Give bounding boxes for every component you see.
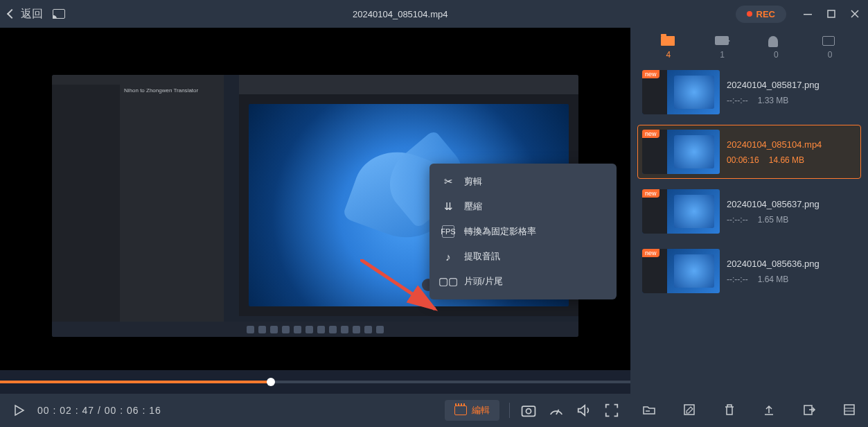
headtail-icon: ▢▢ (442, 275, 454, 288)
side-panel: 4 1 0 0 new 20240104_0858 (630, 28, 868, 427)
file-name: 20240104_085817.png (727, 80, 856, 90)
upload-button[interactable] (761, 402, 777, 417)
snapshot-button[interactable] (520, 401, 538, 419)
file-thumbnail: new (642, 249, 720, 293)
tab-image[interactable]: 0 (822, 36, 838, 60)
file-size: 1.65 MB (758, 215, 789, 225)
edit-label: 編輯 (472, 404, 490, 417)
cast-icon[interactable] (53, 9, 65, 19)
folder-icon (661, 36, 675, 46)
time-display: 00 : 02 : 47 / 00 : 06 : 16 (37, 405, 161, 416)
menu-headtail-label: 片頭/片尾 (464, 275, 503, 288)
rename-button[interactable] (682, 402, 697, 417)
open-folder-button[interactable] (641, 402, 657, 417)
record-button[interactable]: REC (736, 6, 786, 23)
back-button[interactable]: 返回 (8, 7, 43, 21)
file-duration: --:--:-- (727, 274, 748, 284)
record-label: REC (756, 9, 775, 19)
image-icon (822, 36, 835, 46)
tab-folder[interactable]: 4 (661, 36, 676, 60)
menu-compress-label: 壓縮 (464, 200, 482, 213)
menu-convert-label: 轉換為固定影格率 (464, 225, 536, 238)
menu-extract-audio[interactable]: ♪ 提取音訊 (429, 244, 617, 269)
speed-button[interactable] (547, 401, 565, 419)
delete-button[interactable] (722, 402, 737, 417)
file-meta: --:--:-- 1.64 MB (727, 274, 856, 284)
file-thumbnail: new (642, 130, 720, 174)
menu-convert-fps[interactable]: FPS 轉換為固定影格率 (429, 219, 617, 244)
menu-compress[interactable]: ⇊ 壓縮 (429, 194, 617, 219)
menu-extract-label: 提取音訊 (464, 250, 500, 263)
file-size: 1.33 MB (758, 96, 789, 105)
tab-folder-count: 4 (666, 50, 671, 60)
maximize-button[interactable] (826, 9, 836, 19)
back-label: 返回 (21, 7, 43, 21)
svg-point-4 (526, 409, 531, 414)
compress-icon: ⇊ (442, 200, 454, 213)
file-duration: --:--:-- (727, 215, 748, 225)
player-panel: Nihon to Zhongwen Translator (0, 28, 630, 427)
svg-rect-1 (828, 10, 835, 17)
divider (509, 403, 510, 418)
file-size: 14.66 MB (769, 155, 804, 165)
file-meta: 00:06:16 14.66 MB (727, 155, 856, 165)
tab-audio[interactable]: 0 (768, 36, 783, 60)
tab-video-count: 1 (720, 50, 725, 60)
menu-cut[interactable]: ✂ 剪輯 (429, 169, 617, 194)
tab-video[interactable]: 1 (715, 36, 730, 60)
file-item[interactable]: new 20240104_085636.png --:--:-- 1.64 MB (637, 244, 861, 298)
file-item[interactable]: new 20240104_085637.png --:--:-- 1.65 MB (637, 184, 861, 238)
fps-icon: FPS (442, 225, 454, 238)
file-duration: 00:06:16 (727, 155, 759, 165)
menu-head-tail[interactable]: ▢▢ 片頭/片尾 (429, 269, 617, 294)
audio-icon (768, 36, 778, 47)
volume-button[interactable] (575, 401, 593, 419)
list-button[interactable] (842, 402, 857, 417)
app-window: 返回 20240104_085104.mp4 REC Nihon to Zhon… (0, 0, 868, 427)
fullscreen-button[interactable] (603, 401, 621, 419)
file-name: 20240104_085104.mp4 (727, 139, 856, 150)
seek-thumb[interactable] (267, 378, 275, 386)
file-meta: --:--:-- 1.65 MB (727, 215, 856, 225)
file-name: 20240104_085637.png (727, 199, 856, 209)
file-meta: --:--:-- 1.33 MB (727, 96, 856, 105)
new-badge: new (642, 70, 659, 78)
record-dot-icon (747, 11, 752, 17)
close-button[interactable] (850, 9, 860, 19)
file-thumbnail: new (642, 189, 720, 234)
current-time: 00 : 02 : 47 (37, 405, 94, 416)
side-tabs: 4 1 0 0 (637, 28, 861, 65)
seek-bar[interactable] (0, 370, 630, 394)
file-list: new 20240104_085817.png --:--:-- 1.33 MB… (637, 65, 861, 395)
svg-rect-3 (522, 406, 535, 416)
side-actions (637, 395, 861, 420)
new-badge: new (642, 249, 659, 257)
player-controls: 00 : 02 : 47 / 00 : 06 : 16 編輯 (0, 394, 630, 427)
menu-cut-label: 剪輯 (464, 175, 482, 188)
play-button[interactable] (10, 401, 28, 419)
titlebar: 返回 20240104_085104.mp4 REC (0, 0, 868, 28)
new-badge: new (642, 189, 659, 198)
svg-rect-0 (804, 14, 812, 15)
title-filename: 20240104_085104.mp4 (65, 9, 736, 19)
new-badge: new (642, 130, 659, 138)
edit-button[interactable]: 編輯 (445, 400, 499, 421)
file-item[interactable]: new 20240104_085104.mp4 00:06:16 14.66 M… (637, 125, 861, 179)
tab-image-count: 0 (828, 50, 833, 60)
tab-audio-count: 0 (774, 50, 779, 60)
file-name: 20240104_085636.png (727, 259, 856, 269)
file-size: 1.64 MB (758, 274, 789, 284)
chevron-left-icon (7, 9, 17, 19)
film-icon (454, 406, 467, 415)
svg-rect-6 (684, 405, 694, 415)
file-duration: --:--:-- (727, 96, 748, 105)
svg-rect-8 (844, 405, 854, 415)
edit-context-menu: ✂ 剪輯 ⇊ 壓縮 FPS 轉換為固定影格率 ♪ 提取音訊 (429, 164, 617, 299)
video-stage[interactable]: Nihon to Zhongwen Translator (0, 28, 630, 370)
scissors-icon: ✂ (442, 175, 454, 188)
minimize-button[interactable] (803, 9, 813, 19)
file-item[interactable]: new 20240104_085817.png --:--:-- 1.33 MB (637, 65, 861, 119)
export-button[interactable] (801, 402, 817, 417)
video-icon (715, 36, 729, 45)
translator-label: Nihon to Zhongwen Translator (124, 87, 198, 94)
